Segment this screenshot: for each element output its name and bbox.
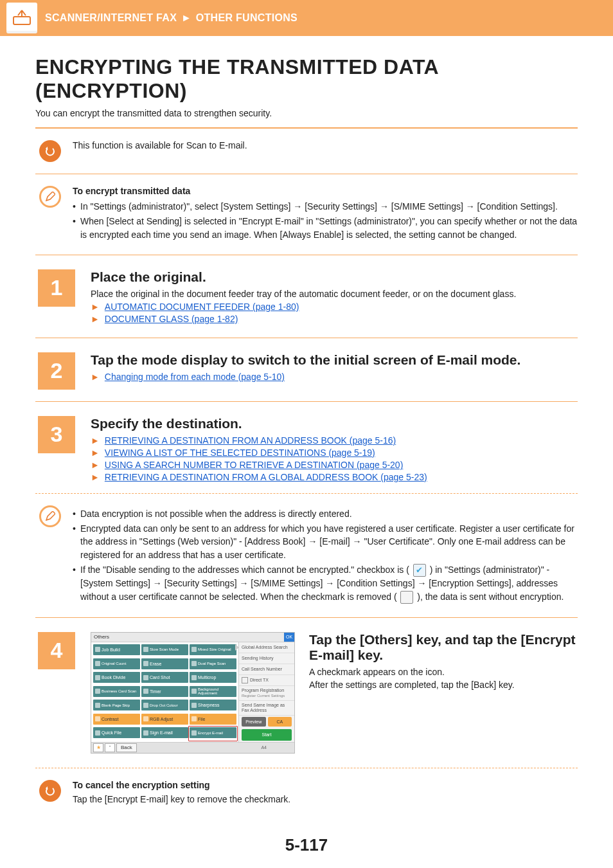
s3-note-b3c: ), the data is sent without encryption. [417,592,564,602]
ui-btn-slow-scan-mode[interactable]: Slow Scan Mode [141,644,188,655]
ui-btn-contrast[interactable]: Contrast [93,714,140,725]
svg-rect-0 [13,17,30,24]
side-program-reg[interactable]: Program RegistrationRegister Current Set… [239,686,294,701]
step-1-text: Place the original in the document feede… [91,289,578,299]
ui-btn-sign-e-mail[interactable]: Sign E-mail [141,727,188,738]
ui-btn-erase[interactable]: Erase [141,658,188,669]
page-number: 5-117 [35,835,578,855]
checkbox-unchecked-icon [400,591,413,604]
side-send-same[interactable]: Send Same Image as Fax Address [239,701,294,716]
chevron-right-icon: ► [91,314,100,324]
header-bar: SCANNER/INTERNET FAX ► OTHER FUNCTIONS [0,0,613,36]
link-dest-searchnum[interactable]: USING A SEARCH NUMBER TO RETRIEVE A DEST… [105,460,403,470]
checkbox-checked-icon [413,564,426,577]
side-history[interactable]: Sending History [239,653,294,664]
link-document-glass[interactable]: DOCUMENT GLASS (page 1-82) [105,314,238,324]
pencil-icon [39,505,61,527]
ui-down-button[interactable]: ˇ [105,743,115,752]
ui-btn-book-divide[interactable]: Book Divide [93,672,140,683]
ui-footer: ★ ˇ Back A4 [91,742,294,753]
ui-ca-button[interactable]: CA [268,717,292,727]
step-1-number: 1 [38,269,75,307]
ui-btn-timer[interactable]: Timer [141,686,188,697]
step-2-title: Tap the mode display to switch to the in… [91,352,578,368]
ui-btn-rgb-adjust[interactable]: RGB Adjust [141,714,188,725]
encrypt-note-b1: In "Settings (administrator)", select [S… [73,200,578,213]
return-icon [39,780,61,802]
step-2-number: 2 [38,352,75,390]
ui-preview-button[interactable]: Preview [242,717,266,727]
side-direct-tx[interactable]: Direct TX [239,675,294,686]
chevron-right-icon: ► [91,460,100,470]
step-4-number: 4 [38,632,75,669]
ui-ok-button[interactable]: OK [284,633,294,642]
ui-screenshot-panel: Others OK Job BuildSlow Scan ModeMixed S… [91,632,295,754]
page-title: ENCRYPTING THE TRANSMITTED DATA (ENCRYPT… [35,55,578,103]
ui-start-button[interactable]: Start [242,729,292,741]
link-dest-addrbook[interactable]: RETRIEVING A DESTINATION FROM AN ADDRESS… [105,435,396,446]
ui-btn-blank-page-skip[interactable]: Blank Page Skip [93,700,140,710]
ui-btn-business-card-scan[interactable]: Business Card Scan [93,686,140,697]
ui-btn-background-adjustment[interactable]: Background Adjustment [190,686,236,697]
scanner-icon [12,8,32,28]
s3-note-b1: Data encryption is not possible when the… [73,507,578,520]
step-1-title: Place the original. [91,269,578,285]
ui-btn-original-count[interactable]: Original Count [93,658,140,669]
pencil-icon [39,186,61,208]
chevron-right-icon: ► [91,435,100,446]
availability-note: This function is available for Scan to E… [73,140,578,150]
link-dest-global[interactable]: RETRIEVING A DESTINATION FROM A GLOBAL A… [105,472,427,482]
ui-back-button[interactable]: Back [116,743,137,752]
ui-header-title: Others [94,634,292,640]
s3-note-b2: Encrypted data can only be sent to an ad… [73,522,578,561]
s3-note-b3a: If the "Disable sending to the addresses… [80,565,409,575]
ui-btn-quick-file[interactable]: Quick File [93,727,140,738]
chevron-right-icon: ► [91,372,100,382]
breadcrumb-section[interactable]: SCANNER/INTERNET FAX [45,12,177,23]
app-icon [6,3,37,33]
breadcrumb: SCANNER/INTERNET FAX ► OTHER FUNCTIONS [45,12,298,24]
chevron-right-icon: ► [91,302,100,312]
ui-btn-dual-page-scan[interactable]: Dual Page Scan [190,658,236,669]
step-3-number: 3 [38,416,75,453]
step-4-title: Tap the [Others] key, and tap the [Encry… [309,632,578,663]
ui-btn-encrypt-e-mail[interactable]: Encrypt E-mail [190,727,236,738]
step-3-title: Specify the destination. [91,416,578,431]
ui-favorite-button[interactable]: ★ [93,743,103,752]
return-icon [39,140,61,162]
side-global-search[interactable]: Global Address Search [239,642,294,653]
cancel-text: Tap the [Encrypt E-mail] key to remove t… [73,794,578,804]
ui-btn-drop-out-colour[interactable]: Drop Out Colour [141,700,188,710]
ui-btn-multicrop[interactable]: Multicrop [190,672,236,683]
ui-btn-mixed-size-original[interactable]: Mixed Size Original [190,644,236,655]
step-4-p1: A checkmark appears on the icon. [309,667,578,677]
ui-btn-card-shot[interactable]: Card Shot [141,672,188,683]
chevron-right-icon: ► [91,448,100,458]
intro-text: You can encrypt the transmitted data to … [35,108,578,118]
ui-header: Others OK [91,633,294,642]
link-dest-list[interactable]: VIEWING A LIST OF THE SELECTED DESTINATI… [105,448,375,458]
side-call-number[interactable]: Call Search Number [239,664,294,675]
breadcrumb-page[interactable]: OTHER FUNCTIONS [196,12,298,23]
step-4-p2: After the settings are completed, tap th… [309,680,578,690]
ui-btn-job-build[interactable]: Job Build [93,644,140,655]
breadcrumb-sep: ► [181,12,191,23]
link-changing-mode[interactable]: Changing mode from each mode (page 5-10) [105,372,285,382]
ui-btn-sharpness[interactable]: Sharpness [190,700,236,710]
encrypt-note-b2: When [Select at Sending] is selected in … [73,215,578,241]
ui-btn-file[interactable]: File [190,714,236,725]
encrypt-note-heading: To encrypt transmitted data [73,186,578,196]
link-adf[interactable]: AUTOMATIC DOCUMENT FEEDER (page 1-80) [105,302,299,312]
ui-paper-size: A4 [261,745,292,750]
cancel-heading: To cancel the encryption setting [73,780,578,790]
chevron-right-icon: ► [91,472,100,482]
s3-note-b3: If the "Disable sending to the addresses… [73,563,578,604]
